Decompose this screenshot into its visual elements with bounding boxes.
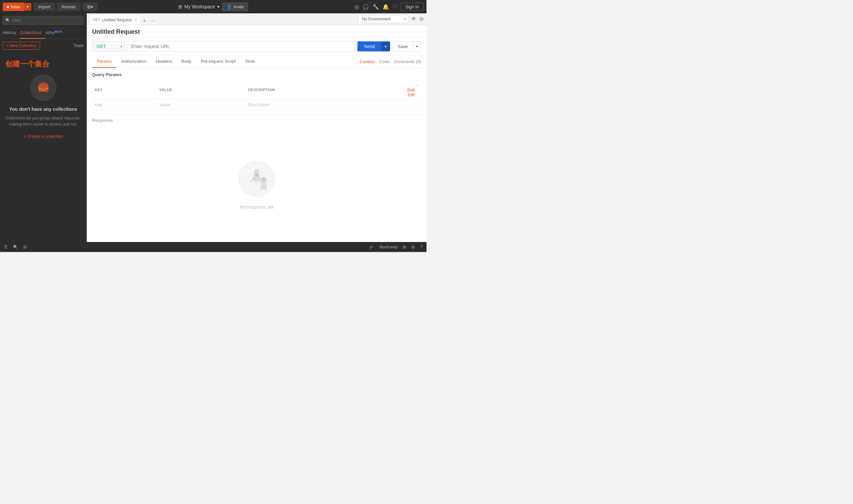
app-header: ■ New ▾ Import Runner ⊞▾ ⊞ My Workspace … (0, 0, 426, 13)
send-dropdown-button[interactable]: ▾ (381, 41, 390, 51)
tab-close-icon[interactable]: × (135, 18, 137, 22)
params-table: KEY VALUE DESCRIPTION ··· Bulk Edit Key (92, 80, 421, 110)
cookies-link[interactable]: Cookies (360, 59, 376, 64)
response-empty-state: No response yet (87, 126, 426, 242)
search-status-icon[interactable]: 🔍 (13, 245, 18, 249)
code-link[interactable]: Code (379, 59, 390, 64)
value-column-header: VALUE (157, 80, 245, 100)
request-title-bar: Untitled Request (87, 25, 426, 38)
user-plus-icon: 👤 (226, 4, 232, 10)
wrench-icon[interactable]: 🔧 (373, 4, 379, 10)
new-dropdown-button[interactable]: ▾ (24, 3, 31, 11)
tab-collections[interactable]: Collections (20, 28, 46, 39)
key-cell: Key (92, 100, 157, 110)
more-options-button[interactable]: ··· (415, 83, 418, 88)
workspace-button[interactable]: ⊞ My Workspace ▾ (178, 4, 219, 10)
satellite-icon[interactable]: ◎ (355, 4, 359, 10)
get-badge: GET (93, 18, 100, 22)
table-row: Key Value Description (92, 100, 421, 110)
headphone-icon[interactable]: 🎧 (362, 4, 369, 10)
help-icon[interactable]: ? (420, 245, 422, 249)
invite-button[interactable]: 👤 Invite (222, 3, 248, 11)
sidebar-search-area: 🔍 (0, 13, 87, 28)
main-layout: 🔍 History Collections APIsBETA + New Col… (0, 13, 426, 242)
comments-link[interactable]: Comments (0) (394, 59, 421, 64)
request-panel: Untitled Request GET POST PUT DELETE ▾ S… (87, 25, 426, 242)
tab-title: Untitled Request (102, 18, 132, 22)
search-icon: 🔍 (5, 18, 10, 23)
svg-rect-2 (41, 82, 46, 84)
beta-badge: BETA (55, 30, 63, 33)
tab-group: GET Untitled Request × + ··· (89, 15, 157, 25)
description-cell: Description (245, 100, 401, 110)
layout-button[interactable]: ⊞▾ (83, 3, 98, 11)
runner-button[interactable]: Runner (57, 3, 81, 11)
method-wrapper: GET POST PUT DELETE ▾ (92, 41, 125, 52)
url-input[interactable] (127, 41, 356, 52)
query-params-title: Query Params (92, 72, 421, 77)
tab-prerequest[interactable]: Pre-request Script (196, 55, 240, 68)
grid-status-icon[interactable]: ⊞ (403, 245, 406, 249)
svg-rect-11 (262, 178, 263, 180)
save-button[interactable]: Save (392, 41, 414, 52)
empty-description: Collections let you group related reques… (5, 115, 81, 127)
rocket-illustration (237, 159, 277, 199)
sidebar-toggle-icon[interactable]: ☰ (4, 245, 8, 249)
request-url-bar: GET POST PUT DELETE ▾ Send ▾ Save ▾ (87, 38, 426, 55)
request-tabs: Params Authorization Headers Body Pre-re… (87, 55, 426, 68)
plus-icon: ■ (7, 4, 10, 10)
status-right: 🎓 Bootcamp ⊞ ⊟ ? (369, 245, 422, 249)
layout-status-icon[interactable]: ⊟ (23, 245, 27, 249)
tab-more-button[interactable]: ··· (148, 17, 157, 25)
env-select-wrapper: No Environment ▾ (359, 15, 409, 23)
method-select[interactable]: GET POST PUT DELETE (92, 41, 125, 52)
send-button[interactable]: Send (358, 41, 382, 51)
tab-history[interactable]: History (3, 28, 20, 39)
new-button[interactable]: ■ New (3, 3, 24, 11)
params-section: Query Params KEY VALUE DESCRIPTION ··· B… (87, 68, 426, 114)
tab-body[interactable]: Body (177, 55, 196, 68)
tab-add-button[interactable]: + (141, 17, 148, 25)
settings-icon[interactable]: ⚙ (419, 16, 424, 22)
tab-apis[interactable]: APIsBETA (46, 28, 67, 39)
eye-icon[interactable]: 👁 (411, 16, 417, 22)
svg-point-8 (255, 173, 258, 177)
environment-select[interactable]: No Environment (359, 15, 409, 23)
sidebar-actions: + New Collection Trash (0, 39, 87, 52)
trash-button[interactable]: Trash (74, 43, 84, 48)
sidebar-tabs: History Collections APIsBETA (0, 28, 87, 39)
bulk-edit-button[interactable]: Bulk Edit (404, 88, 418, 97)
header-center: ⊞ My Workspace ▾ 👤 Invite (178, 3, 248, 11)
description-column-header: DESCRIPTION (245, 80, 401, 100)
search-input[interactable] (3, 16, 84, 25)
status-left: ☰ 🔍 ⊟ (4, 245, 27, 249)
tab-right-links: Cookies Code Comments (0) (360, 59, 421, 64)
tab-params[interactable]: Params (92, 55, 116, 68)
collections-icon (30, 74, 57, 101)
import-button[interactable]: Import (33, 3, 55, 11)
tab-authorization[interactable]: Authorization (116, 55, 151, 68)
svg-point-7 (254, 181, 259, 185)
sidebar: 🔍 History Collections APIsBETA + New Col… (0, 13, 87, 242)
request-tab[interactable]: GET Untitled Request × (89, 15, 141, 25)
tab-env-row: GET Untitled Request × + ··· No Environm… (87, 13, 426, 25)
svg-rect-0 (38, 85, 49, 92)
new-button-group: ■ New ▾ (3, 3, 31, 11)
layout-alt-icon[interactable]: ⊟ (412, 245, 415, 249)
value-cell: Value (157, 100, 245, 110)
tab-headers[interactable]: Headers (151, 55, 177, 68)
sign-in-button[interactable]: Sign In (400, 3, 424, 11)
send-button-group: Send ▾ (358, 41, 391, 51)
bootcamp-label[interactable]: Bootcamp (379, 245, 397, 249)
header-right: ◎ 🎧 🔧 🔔 ♡ Sign In (355, 3, 424, 11)
tab-tests[interactable]: Tests (240, 55, 260, 68)
save-dropdown-button[interactable]: ▾ (414, 41, 421, 52)
chinese-title: 创建一个集合 (5, 59, 49, 69)
create-collection-button[interactable]: + Create a collection (23, 134, 63, 139)
heart-icon[interactable]: ♡ (393, 4, 397, 10)
new-collection-button[interactable]: + New Collection (3, 42, 40, 50)
response-label: Response (92, 118, 113, 123)
grid-icon: ⊞ (178, 4, 182, 10)
bell-icon[interactable]: 🔔 (382, 4, 389, 10)
key-column-header: KEY (92, 80, 157, 100)
